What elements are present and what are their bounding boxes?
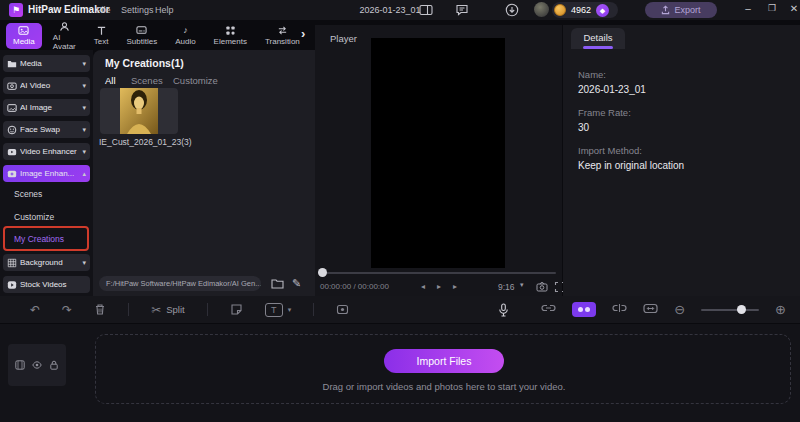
download-icon[interactable]	[505, 3, 519, 17]
menu-file[interactable]: File	[96, 5, 111, 15]
sidebar-item-image-enhancer[interactable]: Image Enhan... ▴	[3, 165, 90, 182]
sidebar-item-ai-video[interactable]: AI Video ▾	[3, 77, 90, 94]
drop-hint-text: Drag or import videos and photos here to…	[96, 381, 792, 392]
ai-video-icon	[7, 81, 17, 91]
user-avatar[interactable]	[534, 2, 549, 17]
background-grid-icon	[7, 258, 17, 268]
track-header	[8, 344, 66, 386]
snapshot-icon[interactable]	[536, 281, 548, 293]
media-drop-zone[interactable]: Import Files Drag or import videos and p…	[95, 334, 791, 404]
library-tab-scenes[interactable]: Scenes	[131, 75, 163, 86]
library-tab-all[interactable]: All	[105, 75, 116, 86]
elements-icon	[225, 25, 236, 36]
split-button[interactable]: ✂ Split	[151, 303, 185, 317]
chevron-down-icon: ▾	[82, 126, 86, 134]
export-label: Export	[674, 5, 700, 15]
sticker-tool-icon[interactable]	[230, 303, 243, 317]
save-path-field[interactable]: F:/HitPaw Software/HitPaw Edimakor/AI Ge…	[99, 276, 261, 291]
music-note-icon: ♪	[183, 25, 188, 36]
sidebar-item-media[interactable]: Media ▾	[3, 55, 90, 72]
minimize-button[interactable]: –	[740, 3, 756, 14]
creation-thumbnail[interactable]	[100, 88, 178, 134]
chevron-down-icon: ▾	[288, 306, 292, 314]
maximize-button[interactable]: ❐	[764, 3, 780, 13]
timeline-zoom-slider[interactable]	[701, 309, 759, 311]
text-tool-button[interactable]: T ▾	[265, 303, 292, 317]
field-label-name: Name:	[578, 69, 788, 80]
chevron-down-icon: ▾	[520, 281, 524, 289]
tab-subtitles[interactable]: Subtitles	[119, 23, 164, 49]
sidebar-item-video-enhancer[interactable]: Video Enhancer ▾	[3, 143, 90, 160]
feedback-icon[interactable]	[455, 3, 469, 17]
portrait-image	[120, 88, 158, 134]
tab-audio[interactable]: ♪ Audio	[168, 23, 202, 49]
aspect-ratio-select[interactable]: 9:16	[498, 282, 515, 292]
library-tab-customize[interactable]: Customize	[173, 75, 218, 86]
details-panel: Details Name: 2026-01-23_01 Frame Rate: …	[563, 25, 800, 296]
tab-transition[interactable]: Transition	[258, 23, 307, 49]
zoom-slider-handle[interactable]	[737, 305, 746, 314]
menu-help[interactable]: Help	[155, 5, 174, 15]
library-title: My Creations(1)	[105, 57, 184, 69]
media-icon	[18, 25, 29, 36]
magnetic-timeline-toggle[interactable]	[572, 302, 596, 317]
zoom-out-icon[interactable]: ⊖	[674, 303, 685, 317]
seek-handle[interactable]	[318, 268, 327, 277]
next-frame-icon[interactable]: ▸	[453, 282, 457, 291]
timeline-section: ↶ ↷ ✂ Split T ▾	[0, 296, 800, 422]
edit-path-icon[interactable]: ✎	[292, 277, 305, 290]
tab-media[interactable]: Media	[6, 23, 42, 49]
sidebar-item-face-swap[interactable]: Face Swap ▾	[3, 121, 90, 138]
link-clips-icon[interactable]	[541, 303, 556, 317]
play-icon[interactable]: ▸	[437, 282, 441, 291]
ribbon-tabs: Media AI Avatar Text Subtitles ♪ Audio E…	[0, 21, 315, 50]
face-swap-icon	[7, 125, 17, 135]
library-panel: My Creations(1) All Scenes Customize IE_…	[93, 50, 315, 296]
sidebar-subitem-customize[interactable]: Customize	[14, 212, 54, 222]
scissors-icon: ✂	[151, 303, 161, 317]
tab-elements[interactable]: Elements	[207, 23, 254, 49]
track-lock-icon[interactable]	[49, 360, 59, 370]
zoom-in-icon[interactable]: ⊕	[775, 303, 786, 317]
import-files-button[interactable]: Import Files	[384, 349, 504, 373]
microphone-icon[interactable]	[498, 303, 509, 317]
avatar-icon	[59, 21, 70, 32]
menu-settings[interactable]: Settings	[121, 5, 154, 15]
previous-frame-icon[interactable]: ◂	[421, 282, 425, 291]
sidebar-subitem-scenes[interactable]: Scenes	[14, 189, 42, 199]
coin-count: 4962	[571, 5, 591, 15]
track-cover-icon[interactable]	[15, 360, 25, 370]
export-button[interactable]: Export	[645, 2, 717, 18]
gem-icon[interactable]: ◆	[596, 4, 609, 17]
fit-timeline-icon[interactable]	[643, 303, 658, 317]
ribbon-more-chevron-icon[interactable]: ›	[301, 26, 305, 41]
sidebar-item-background[interactable]: Background ▾	[3, 254, 90, 271]
tab-ai-avatar[interactable]: AI Avatar	[46, 23, 83, 49]
sidebar-item-stock-videos[interactable]: Stock Videos	[3, 276, 90, 293]
seek-bar[interactable]	[321, 272, 556, 274]
track-visibility-icon[interactable]	[32, 360, 42, 370]
time-display: 00:00:00 / 00:00:00	[320, 282, 389, 291]
chevron-down-icon: ▾	[82, 60, 86, 68]
sidebar-item-ai-image[interactable]: AI Image ▾	[3, 99, 90, 116]
layout-panels-icon[interactable]	[419, 3, 433, 17]
tab-text[interactable]: Text	[87, 23, 116, 49]
open-folder-icon[interactable]	[271, 277, 284, 290]
transition-icon	[277, 25, 288, 36]
field-value-frame-rate: 30	[578, 122, 788, 133]
folder-icon	[7, 59, 17, 69]
subtitles-icon	[136, 25, 147, 36]
record-tool-icon[interactable]	[336, 303, 349, 317]
divider	[207, 303, 208, 316]
close-button[interactable]: ✕	[786, 3, 800, 14]
field-value-name: 2026-01-23_01	[578, 84, 788, 95]
undo-icon[interactable]: ↶	[30, 303, 40, 317]
field-label-frame-rate: Frame Rate:	[578, 107, 788, 118]
redo-icon[interactable]: ↷	[62, 303, 72, 317]
creation-name: IE_Cust_2026_01_23(3)	[99, 137, 192, 147]
delete-icon[interactable]	[94, 303, 106, 317]
stock-videos-icon	[7, 280, 17, 290]
coin-balance[interactable]: 4962 ◆	[552, 2, 618, 18]
video-preview[interactable]	[371, 38, 505, 268]
unlink-clips-icon[interactable]	[612, 303, 627, 317]
